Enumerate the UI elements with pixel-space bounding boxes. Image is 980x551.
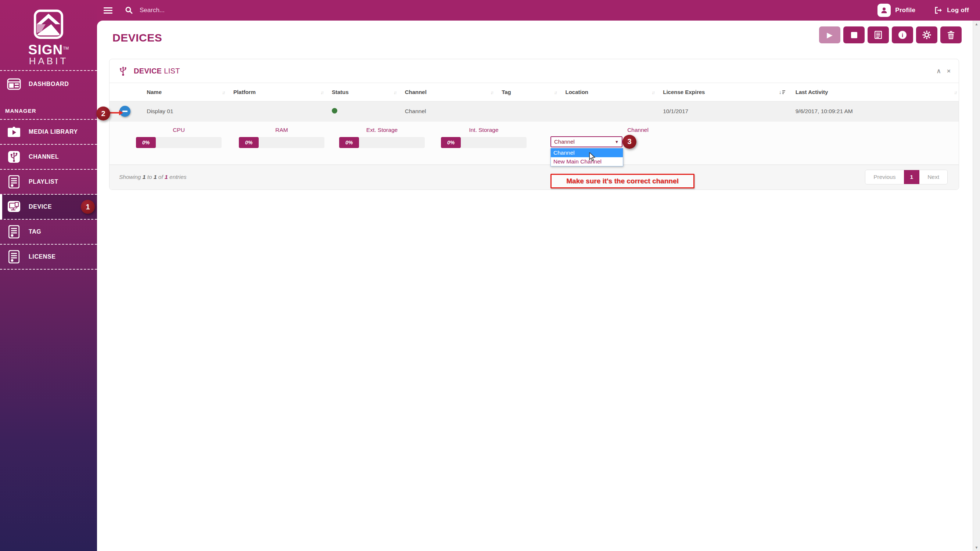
profile-button[interactable]: Profile <box>878 4 915 17</box>
scroll-up-icon[interactable]: ▲ <box>975 22 978 26</box>
next-page-button[interactable]: Next <box>920 170 947 184</box>
search-input[interactable] <box>140 6 294 14</box>
ram-progressbar: 0% <box>239 137 325 148</box>
cell-location <box>558 102 656 122</box>
sidebar-item-device[interactable]: DEVICE 1 <box>0 195 97 220</box>
sidebar-item-label: CHANNEL <box>29 154 59 160</box>
table-header-row: Name ↓↑ Platform ↓↑ Status ↓↑ Channel <box>110 83 959 102</box>
sidebar-item-playlist[interactable]: PLAYLIST <box>0 170 97 195</box>
dropdown-option-channel[interactable]: Channel <box>551 148 623 157</box>
stop-button[interactable] <box>843 27 865 43</box>
cell-platform <box>227 102 325 122</box>
sidebar-item-media-library[interactable]: MEDIA LIBRARY <box>0 120 97 145</box>
ext-storage-meter: Ext. Storage 0% <box>339 122 425 148</box>
column-header-tag[interactable]: Tag ↓↑ <box>495 83 558 102</box>
delete-button[interactable] <box>940 27 962 43</box>
settings-icon <box>922 30 931 39</box>
showing-entries-text: Showing 1 to 1 of 1 entries <box>119 174 187 180</box>
dropdown-option-new-main-channel[interactable]: New Main Channel <box>551 157 623 166</box>
report-button[interactable] <box>867 27 889 43</box>
column-header-license-expires[interactable]: License Expires ↓ <box>656 83 789 102</box>
sidebar-item-tag[interactable]: TAG <box>0 220 97 245</box>
column-header-status[interactable]: Status ↓↑ <box>325 83 398 102</box>
annotation-callout: Make sure it's the correct channel <box>550 174 695 189</box>
device-detail-row: CPU 0% RAM 0% <box>110 122 959 165</box>
panel-title: DEVICELIST <box>134 67 180 75</box>
collapse-panel-icon[interactable]: ∧ <box>937 68 941 74</box>
column-header-platform[interactable]: Platform ↓↑ <box>227 83 325 102</box>
main-content: DEVICES ▶ i <box>97 21 973 551</box>
page-1-button[interactable]: 1 <box>904 170 920 184</box>
column-header-name[interactable]: Name ↓↑ <box>140 83 227 102</box>
sidebar-section-manager: MANAGER <box>0 97 97 120</box>
search-icon[interactable] <box>125 6 133 14</box>
step-badge-1: 1 <box>81 200 95 214</box>
logo-text: SIGNTM <box>28 42 69 56</box>
logoff-icon <box>934 6 942 14</box>
settings-button[interactable] <box>916 27 937 43</box>
close-panel-icon[interactable]: × <box>947 68 951 74</box>
panel-footer: Showing 1 to 1 of 1 entries Previous 1 N… <box>110 165 959 189</box>
column-header-channel[interactable]: Channel ↓↑ <box>398 83 495 102</box>
report-icon <box>875 31 882 39</box>
sidebar-item-dashboard[interactable]: DASHBOARD <box>0 71 97 97</box>
sort-icon: ↓↑ <box>222 89 224 95</box>
sidebar-item-label: TAG <box>29 229 41 235</box>
sort-icon: ↓↑ <box>954 89 956 95</box>
status-online-dot <box>332 108 337 113</box>
step-badge-2: 2 <box>96 106 110 121</box>
logoff-button[interactable]: Log off <box>934 6 969 14</box>
column-header-last-activity[interactable]: Last Activity ↓↑ <box>789 83 959 102</box>
sidebar-item-channel[interactable]: CHANNEL <box>0 145 97 170</box>
playlist-icon <box>6 175 21 189</box>
vertical-scrollbar[interactable]: ▲ ▼ <box>973 21 980 551</box>
scroll-down-icon[interactable]: ▼ <box>975 546 978 549</box>
info-button[interactable]: i <box>892 27 913 43</box>
channel-label: Channel <box>533 127 743 133</box>
trash-icon <box>947 31 955 39</box>
channel-select[interactable]: Channel ▼ <box>550 136 622 147</box>
column-header-expander <box>110 83 140 102</box>
previous-page-button[interactable]: Previous <box>865 170 904 184</box>
cell-status <box>325 102 398 122</box>
play-icon: ▶ <box>827 30 832 39</box>
ram-meter: RAM 0% <box>239 122 325 148</box>
license-icon <box>6 250 21 264</box>
step-badge-3: 3 <box>622 135 636 149</box>
ext-storage-progressbar: 0% <box>339 137 425 148</box>
device-list-panel: DEVICELIST ∧ × Name <box>109 59 959 190</box>
sidebar-item-label: LICENSE <box>29 254 56 260</box>
sidebar-item-license[interactable]: LICENSE <box>0 245 97 270</box>
chevron-down-icon: ▼ <box>615 140 619 144</box>
sidebar: SIGNTM HABIT DASHBOARD MANAGER <box>0 0 97 551</box>
mouse-cursor <box>588 152 597 162</box>
device-table: Name ↓↑ Platform ↓↑ Status ↓↑ Channel <box>110 83 959 165</box>
logoff-label: Log off <box>947 6 969 14</box>
cell-license-expires: 10/1/2017 <box>656 102 789 122</box>
app-window: Profile Log off SIGNTM HA <box>0 0 980 551</box>
sidebar-item-label: MEDIA LIBRARY <box>29 129 78 135</box>
channel-select-dropdown: Channel New Main Channel <box>550 148 623 167</box>
sort-desc-icon: ↓ <box>779 89 785 95</box>
sidebar-item-label: DEVICE <box>29 203 52 210</box>
sort-icon: ↓↑ <box>490 89 493 95</box>
channel-icon <box>6 151 21 163</box>
media-library-icon <box>6 125 21 138</box>
sort-icon: ↓↑ <box>320 89 323 95</box>
panel-header: DEVICELIST ∧ × <box>110 59 959 83</box>
sidebar-item-label: DASHBOARD <box>29 81 69 87</box>
topbar: Profile Log off <box>0 0 980 21</box>
cell-channel: Channel <box>398 102 495 122</box>
cpu-progressbar: 0% <box>136 137 221 148</box>
info-icon: i <box>899 31 907 39</box>
column-header-location[interactable]: Location ↓↑ <box>558 83 656 102</box>
sort-icon: ↓↑ <box>393 89 396 95</box>
play-button[interactable]: ▶ <box>819 27 840 43</box>
device-row[interactable]: Display 01 Channel 10/1/2017 9/6/2017, 1… <box>110 102 959 122</box>
sort-icon: ↓↑ <box>554 89 556 95</box>
expander-cell <box>110 102 140 122</box>
tag-icon <box>6 225 21 238</box>
hamburger-menu-icon[interactable] <box>103 6 113 15</box>
channel-assign-block: Channel Channel ▼ 3 Channel New Main Cha… <box>533 122 743 165</box>
cell-tag <box>495 102 558 122</box>
